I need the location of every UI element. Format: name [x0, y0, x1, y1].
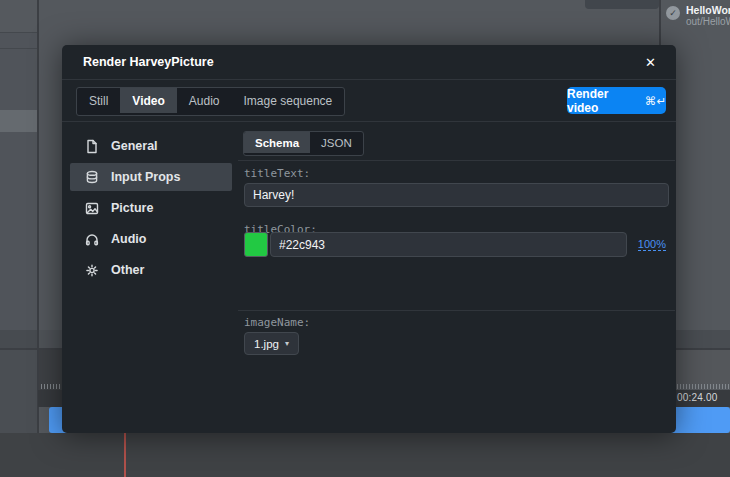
timeline-timecode: 00:24.00 [677, 392, 718, 403]
render-dialog: Render HarveyPicture ✕ Still Video Audio… [62, 45, 676, 433]
database-icon [85, 170, 99, 185]
render-video-button-label: Render video [567, 87, 639, 115]
sidebar-item-label: Input Props [111, 170, 180, 184]
render-video-button[interactable]: Render video ⌘↵ [567, 87, 666, 114]
tab-video[interactable]: Video [120, 88, 176, 113]
tab-schema[interactable]: Schema [244, 132, 310, 153]
file-icon [85, 139, 99, 154]
tab-json[interactable]: JSON [310, 132, 363, 153]
sidebar-item-general[interactable]: General [70, 132, 232, 160]
vertical-divider [659, 0, 661, 46]
timeline-ruler-ticks [41, 384, 62, 389]
sidebar-item-label: Other [111, 263, 144, 277]
compositions-sidebar-header [0, 0, 37, 32]
titlecolor-field-row: 100% [244, 232, 669, 257]
sidebar-item-picture[interactable]: Picture [70, 194, 232, 222]
headphones-icon [85, 232, 99, 247]
image-icon [85, 201, 99, 216]
composition-list-selected-item[interactable] [0, 110, 37, 132]
sidebar-item-label: Picture [111, 201, 153, 215]
chevron-down-icon: ▾ [285, 339, 289, 348]
dialog-title: Render HarveyPicture [83, 55, 214, 69]
tab-image-sequence[interactable]: Image sequence [232, 88, 345, 113]
render-done-check-icon: ✓ [666, 6, 680, 20]
render-queue-item[interactable]: ✓ HelloWorld out/HelloWorl [666, 4, 730, 32]
opacity-link[interactable]: 100% [638, 238, 666, 251]
dialog-header: Render HarveyPicture ✕ [62, 45, 676, 80]
render-output-path: out/HelloWorl [686, 16, 730, 27]
sidebar-item-label: Audio [111, 232, 146, 246]
sidebar-item-label: General [111, 139, 158, 153]
titletext-input[interactable] [244, 183, 669, 207]
timeline-tracks-background [0, 433, 730, 477]
divider [238, 310, 675, 311]
sidebar-item-input-props[interactable]: Input Props [70, 163, 232, 191]
keyboard-shortcut: ⌘↵ [645, 94, 666, 108]
field-label-imagename: imageName: [244, 316, 310, 329]
toolbar-button-partial[interactable] [585, 0, 659, 9]
field-label-titletext: titleText: [244, 167, 310, 180]
render-composition-name: HelloWorld [686, 4, 730, 16]
divider [62, 121, 676, 122]
sidebar-item-other[interactable]: Other [70, 256, 232, 284]
render-type-tabs: Still Video Audio Image sequence [76, 87, 345, 116]
tab-still[interactable]: Still [77, 88, 120, 113]
divider [0, 48, 37, 49]
timeline-track-block [39, 330, 62, 348]
dialog-sidebar: General Input Props Picture [70, 132, 232, 287]
timeline-track-block [0, 330, 37, 348]
close-icon[interactable]: ✕ [641, 53, 660, 72]
sidebar-item-audio[interactable]: Audio [70, 225, 232, 253]
divider [0, 32, 37, 33]
props-view-tabs: Schema JSON [243, 131, 364, 156]
remotion-studio: ✓ HelloWorld out/HelloWorl 00:24.00 Rend… [0, 0, 730, 477]
imagename-selected-value: 1.jpg [254, 338, 279, 350]
gear-icon [85, 263, 99, 278]
titlecolor-hex-input[interactable] [270, 232, 627, 257]
color-swatch[interactable] [244, 232, 268, 257]
divider [238, 160, 675, 161]
imagename-select[interactable]: 1.jpg ▾ [244, 332, 299, 355]
timeline-playhead[interactable] [124, 433, 126, 477]
tab-audio[interactable]: Audio [177, 88, 232, 113]
